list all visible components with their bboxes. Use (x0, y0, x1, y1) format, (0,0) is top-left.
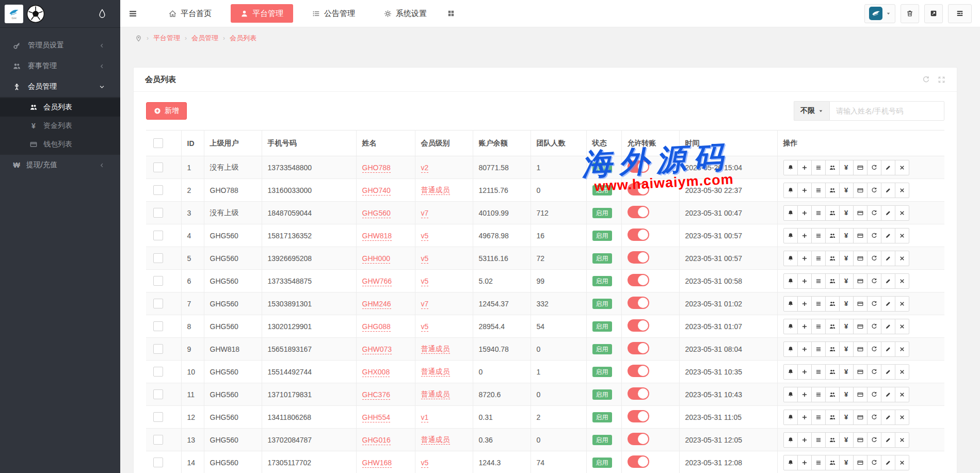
action-close-button[interactable] (895, 455, 909, 470)
nav-system-settings[interactable]: 系统设置 (374, 4, 437, 23)
action-bell-button[interactable] (783, 205, 798, 221)
member-name-link[interactable]: GHX008 (362, 368, 390, 377)
action-pencil-button[interactable] (881, 319, 895, 334)
member-level-link[interactable]: 普通成员 (421, 390, 450, 399)
row-checkbox[interactable] (153, 276, 163, 286)
action-refresh-button[interactable] (867, 183, 881, 198)
action-users-button[interactable] (825, 455, 840, 470)
action-plus-button[interactable] (797, 160, 812, 175)
action-pencil-button[interactable] (881, 387, 895, 402)
nav-announcement-management[interactable]: 公告管理 (302, 4, 365, 23)
action-list-button[interactable] (811, 251, 826, 266)
action-pencil-button[interactable] (881, 432, 895, 448)
action-plus-button[interactable] (797, 319, 812, 334)
member-name-link[interactable]: GHG088 (362, 322, 391, 332)
action-card-button[interactable] (853, 251, 867, 266)
allow-transfer-toggle[interactable] (628, 229, 649, 241)
member-name-link[interactable]: GHG560 (362, 209, 391, 218)
action-card-button[interactable] (853, 228, 867, 243)
allow-transfer-toggle[interactable] (628, 365, 649, 377)
nav-platform-home[interactable]: 平台首页 (159, 4, 221, 23)
action-users-button[interactable] (825, 205, 840, 221)
action-list-button[interactable] (811, 410, 826, 425)
action-yen-button[interactable]: ¥ (839, 319, 854, 334)
action-card-button[interactable] (853, 160, 867, 175)
action-card-button[interactable] (853, 387, 867, 402)
action-list-button[interactable] (811, 341, 826, 357)
member-name-link[interactable]: GHC376 (362, 390, 390, 400)
action-list-button[interactable] (811, 160, 826, 175)
sidebar-item-wallet-list[interactable]: 钱包列表 (0, 135, 120, 154)
row-checkbox[interactable] (153, 162, 163, 172)
row-checkbox[interactable] (153, 231, 163, 240)
action-bell-button[interactable] (783, 432, 798, 448)
sidebar-item-match-management[interactable]: 赛事管理 (0, 56, 120, 76)
member-name-link[interactable]: GHW766 (362, 277, 392, 286)
action-pencil-button[interactable] (881, 341, 895, 357)
row-checkbox[interactable] (153, 321, 163, 331)
action-refresh-button[interactable] (867, 410, 881, 425)
action-close-button[interactable] (895, 273, 909, 289)
sidebar-item-member-management[interactable]: 会员管理 (0, 76, 120, 97)
action-plus-button[interactable] (797, 410, 812, 425)
action-bell-button[interactable] (783, 160, 798, 175)
member-name-link[interactable]: GHG016 (362, 436, 391, 445)
member-name-link[interactable]: GHO788 (362, 164, 391, 173)
action-users-button[interactable] (825, 160, 840, 175)
action-bell-button[interactable] (783, 455, 798, 470)
action-users-button[interactable] (825, 410, 840, 425)
member-name-link[interactable]: GHW073 (362, 345, 392, 354)
action-close-button[interactable] (895, 387, 909, 402)
action-list-button[interactable] (811, 364, 826, 380)
action-close-button[interactable] (895, 364, 909, 380)
action-users-button[interactable] (825, 251, 840, 266)
action-card-button[interactable] (853, 319, 867, 334)
action-users-button[interactable] (825, 296, 840, 312)
action-refresh-button[interactable] (867, 205, 881, 221)
action-plus-button[interactable] (797, 273, 812, 289)
member-level-link[interactable]: v7 (421, 300, 429, 309)
add-member-button[interactable]: 新增 (146, 102, 187, 120)
action-bell-button[interactable] (783, 296, 798, 312)
row-checkbox[interactable] (153, 344, 163, 354)
action-list-button[interactable] (811, 319, 826, 334)
action-refresh-button[interactable] (867, 251, 881, 266)
action-list-button[interactable] (811, 228, 826, 243)
action-users-button[interactable] (825, 228, 840, 243)
action-yen-button[interactable]: ¥ (839, 432, 854, 448)
row-checkbox[interactable] (153, 389, 163, 399)
member-level-link[interactable]: v5 (421, 254, 429, 264)
member-level-link[interactable]: v7 (421, 209, 429, 218)
allow-transfer-toggle[interactable] (628, 251, 649, 264)
row-checkbox[interactable] (153, 185, 163, 195)
action-plus-button[interactable] (797, 455, 812, 470)
action-yen-button[interactable]: ¥ (839, 455, 854, 470)
action-yen-button[interactable]: ¥ (839, 251, 854, 266)
action-close-button[interactable] (895, 432, 909, 448)
action-close-button[interactable] (895, 228, 909, 243)
action-card-button[interactable] (853, 273, 867, 289)
sidebar-item-member-list[interactable]: 会员列表 (0, 98, 120, 117)
user-avatar-button[interactable] (864, 4, 895, 23)
row-checkbox[interactable] (153, 299, 163, 308)
allow-transfer-toggle[interactable] (628, 433, 649, 445)
member-name-link[interactable]: GHH554 (362, 413, 390, 422)
action-card-button[interactable] (853, 296, 867, 312)
action-bell-button[interactable] (783, 410, 798, 425)
sidebar-item-withdraw-deposit[interactable]: ₩ 提现/充值 (0, 155, 120, 175)
action-users-button[interactable] (825, 319, 840, 334)
breadcrumb-platform-management[interactable]: 平台管理 (153, 34, 180, 43)
action-yen-button[interactable]: ¥ (839, 183, 854, 198)
action-pencil-button[interactable] (881, 205, 895, 221)
member-name-link[interactable]: GHH000 (362, 254, 390, 264)
clear-cache-button[interactable] (901, 4, 919, 23)
allow-transfer-toggle[interactable] (628, 206, 649, 218)
action-list-button[interactable] (811, 205, 826, 221)
action-yen-button[interactable]: ¥ (839, 296, 854, 312)
action-card-button[interactable] (853, 364, 867, 380)
action-close-button[interactable] (895, 183, 909, 198)
action-refresh-button[interactable] (867, 273, 881, 289)
allow-transfer-toggle[interactable] (628, 274, 649, 286)
member-level-link[interactable]: v5 (421, 322, 429, 332)
action-plus-button[interactable] (797, 364, 812, 380)
